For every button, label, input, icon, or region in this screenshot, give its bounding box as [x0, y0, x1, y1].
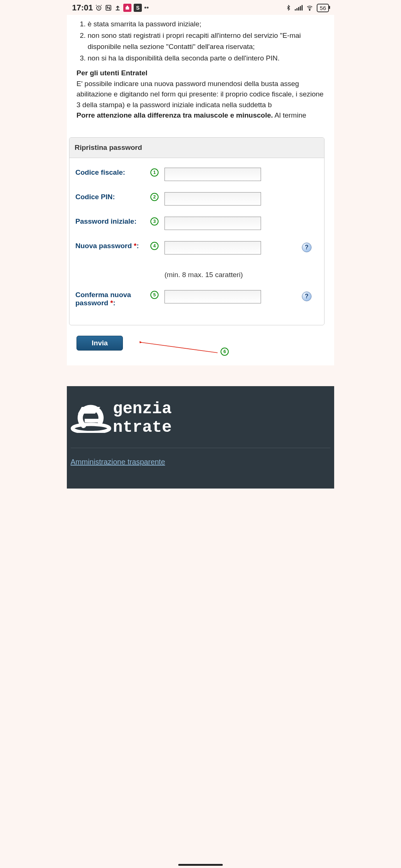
footer-link-trasparenza[interactable]: Amministrazione trasparente [71, 458, 165, 466]
app-icon-1 [123, 4, 131, 12]
panel-title: Ripristina password [69, 138, 324, 158]
row-password-iniziale: Password iniziale: 3 [75, 217, 318, 230]
battery-indicator: 56 [317, 4, 329, 12]
input-conferma-password[interactable] [164, 290, 261, 303]
footer-logo: genzia ntrate [71, 400, 330, 448]
clock-time: 17:01 [72, 3, 93, 13]
footer-brand-line2: ntrate [113, 418, 172, 437]
step-badge-2: 2 [150, 193, 159, 201]
list-item: non si ha la disponibilità della seconda… [88, 53, 325, 63]
svg-rect-6 [302, 5, 303, 11]
footer: genzia ntrate Amministrazione trasparent… [67, 386, 334, 489]
step-badge-3: 3 [150, 217, 159, 226]
svg-rect-2 [295, 9, 296, 11]
upload-icon [114, 4, 121, 11]
intro-tail: Al termine [273, 111, 306, 119]
password-hint: (min. 8 max. 15 caratteri) [164, 271, 301, 279]
step-badge-1: 1 [150, 168, 159, 177]
list-item: è stata smarrita la password iniziale; [88, 19, 325, 29]
svg-point-10 [72, 424, 110, 433]
row-codice-fiscale: Codice fiscale: 1 [75, 168, 318, 181]
svg-rect-5 [300, 6, 301, 10]
step-badge-4: 4 [150, 242, 159, 250]
label-password-iniziale: Password iniziale: [75, 217, 150, 226]
alarm-icon [95, 4, 102, 11]
status-bar: 17:01 S •• 56 [67, 0, 334, 15]
label-nuova-password: Nuova password *: [75, 241, 150, 250]
row-nuova-password: Nuova password *: 4 (min. 8 max. 15 cara… [75, 241, 318, 279]
row-codice-pin: Codice PIN: 2 [75, 192, 318, 206]
status-right: 56 [286, 4, 329, 12]
nfc-icon [105, 4, 112, 11]
submit-button[interactable]: Invia [76, 336, 123, 351]
annotation-arrow-icon [140, 340, 221, 359]
input-nuova-password[interactable] [164, 241, 261, 254]
panel-body: Codice fiscale: 1 Codice PIN: 2 Password… [69, 158, 324, 325]
svg-point-7 [309, 10, 310, 10]
intro-list: è stata smarrita la password iniziale; n… [76, 19, 325, 64]
list-item: non sono stati registrati i propri recap… [88, 30, 325, 52]
bluetooth-icon [286, 4, 291, 12]
agenzia-logo-icon [71, 403, 111, 433]
label-codice-pin: Codice PIN: [75, 192, 150, 201]
reset-password-panel: Ripristina password Codice fiscale: 1 Co… [69, 137, 325, 325]
svg-line-9 [141, 342, 218, 353]
intro-text: E' possibile indicare una nuova password… [76, 80, 323, 109]
submit-row: Invia 6 [76, 336, 325, 351]
step-badge-5: 5 [150, 291, 159, 299]
status-left: 17:01 S •• [72, 3, 149, 13]
more-dots-icon: •• [144, 4, 149, 12]
input-password-iniziale[interactable] [164, 217, 261, 230]
signal-icon [294, 4, 303, 11]
svg-rect-3 [297, 8, 298, 10]
input-codice-pin[interactable] [164, 192, 261, 206]
entratel-heading: Per gli utenti Entratel [76, 69, 325, 77]
intro-paragraph: E' possibile indicare una nuova password… [76, 79, 325, 121]
row-conferma-password: Conferma nuova password *: 5 ? [75, 290, 318, 307]
help-icon[interactable]: ? [302, 292, 312, 301]
step-badge-6: 6 [221, 348, 229, 356]
app-icon-s: S [134, 4, 142, 12]
wifi-icon [306, 4, 314, 11]
input-codice-fiscale[interactable] [164, 168, 261, 181]
footer-brand-line1: genzia [113, 400, 172, 418]
svg-rect-4 [298, 7, 299, 10]
page-content: è stata smarrita la password iniziale; n… [67, 15, 334, 365]
label-conferma-password: Conferma nuova password *: [75, 290, 150, 307]
help-icon[interactable]: ? [302, 243, 312, 252]
label-codice-fiscale: Codice fiscale: [75, 168, 150, 177]
intro-bold: Porre attenzione alla differenza tra mai… [76, 111, 273, 119]
svg-rect-11 [85, 419, 100, 423]
